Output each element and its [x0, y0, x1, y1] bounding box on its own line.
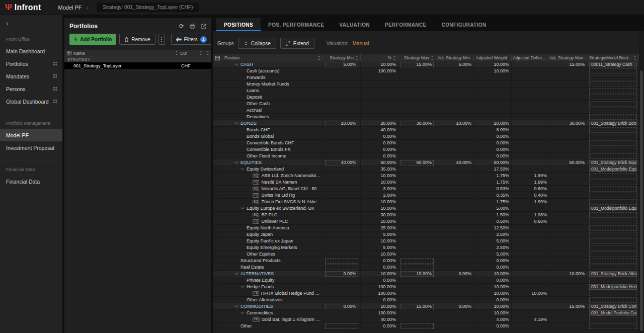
cell-strategy-brick[interactable]: [587, 153, 639, 159]
table-row[interactable]: EQBP PLC30.00%1.50%1.98%: [213, 212, 639, 218]
column-header-strategy-model-brick[interactable]: Strategy/Model Brick: [587, 54, 639, 61]
row-selector[interactable]: [213, 140, 222, 146]
row-selector[interactable]: [213, 159, 222, 165]
row-selector[interactable]: [213, 127, 222, 133]
cell-strategy-brick[interactable]: [587, 94, 639, 100]
cell-smin[interactable]: [323, 258, 361, 264]
caret-down-icon[interactable]: [240, 168, 247, 171]
cell-strategy-brick[interactable]: [587, 114, 639, 120]
table-row[interactable]: EQNestlé SA Namen10.00%1.75%1.99%: [213, 179, 639, 186]
row-selector[interactable]: [213, 225, 222, 231]
row-selector[interactable]: [213, 277, 222, 283]
table-row[interactable]: Structured Products0.00%0.00%: [213, 258, 639, 264]
cell-strategy-brick[interactable]: 001_Model Portfolio Commod...: [587, 310, 639, 316]
row-selector[interactable]: [213, 271, 222, 277]
cell-smin[interactable]: 0.00%: [323, 303, 361, 309]
row-selector[interactable]: [213, 120, 222, 126]
sidebar-item-global-dashboard[interactable]: Global Dashboard: [0, 95, 62, 108]
cell-strategy-brick[interactable]: [587, 186, 639, 192]
cell-strategy-brick[interactable]: [587, 88, 639, 94]
collapse-button[interactable]: Collapse: [238, 38, 276, 49]
cell-smax[interactable]: 15.00%: [398, 303, 436, 309]
table-row[interactable]: Equity Emerging Markets5.00%2.50%: [213, 244, 639, 251]
cell-strategy-brick[interactable]: [587, 316, 639, 322]
sidebar-item-persons[interactable]: Persons: [0, 82, 62, 95]
scrollbar-thumb[interactable]: [640, 70, 643, 331]
row-selector[interactable]: [213, 192, 222, 198]
row-selector[interactable]: [213, 316, 222, 322]
cell-strategy-brick[interactable]: [587, 140, 639, 146]
table-row[interactable]: Other0.00%0.00%: [213, 323, 639, 329]
table-row[interactable]: Equity Europe ex Switzerland, UK10.00%5.…: [213, 205, 639, 212]
table-row[interactable]: Equity Switzerland35.00%17.50%001_Modelp…: [213, 166, 639, 173]
column-header-strategy-min[interactable]: Strategy Min: [323, 54, 361, 61]
cell-strategy-brick[interactable]: 001_Strategy Brick Equity: [587, 159, 639, 165]
sidebar-item-portfolios[interactable]: Portfolios: [0, 57, 62, 70]
column-header-strategy-max[interactable]: Strategy Max: [398, 54, 436, 61]
table-row[interactable]: Hedge Funds100.00%10.00%001_Modelportfol…: [213, 284, 639, 290]
portfolio-group-row[interactable]: STRATEGY: [64, 56, 211, 62]
row-selector[interactable]: [213, 114, 222, 120]
table-row[interactable]: Equity Pacific ex Japan10.00%5.00%: [213, 238, 639, 244]
cell-strategy-brick[interactable]: [587, 173, 639, 179]
cell-smin[interactable]: 5.00%: [323, 61, 361, 67]
cell-strategy-brick[interactable]: [587, 68, 639, 74]
row-selector[interactable]: [213, 166, 222, 172]
row-selector[interactable]: [213, 179, 222, 185]
cell-strategy-brick[interactable]: [587, 212, 639, 218]
sidebar-item-financial-data[interactable]: Financial Data: [0, 175, 62, 188]
table-row[interactable]: COMMODITIES0.00%10.00%15.00%0.00%10.00%1…: [213, 303, 639, 310]
row-selector[interactable]: [213, 244, 222, 251]
apps-grid-icon[interactable]: [53, 62, 57, 65]
caret-down-icon[interactable]: [240, 286, 247, 288]
cell-strategy-brick[interactable]: 00011_Strategy Cash: [587, 61, 639, 67]
cell-smax[interactable]: 10.00%: [398, 271, 436, 277]
table-row[interactable]: Loans: [213, 88, 639, 94]
add-portfolio-button[interactable]: + Add Portfolio: [69, 34, 116, 45]
table-row[interactable]: EQUITIES40.00%50.00%60.00%40.00%50.00%60…: [213, 159, 639, 166]
cell-smin[interactable]: [323, 264, 361, 270]
row-selector[interactable]: [213, 146, 222, 152]
sidebar-item-main-dashboard[interactable]: Main Dashboard: [0, 45, 62, 57]
column-header-[interactable]: %: [361, 54, 398, 61]
table-row[interactable]: Cash (accounts)100.00%10.00%: [213, 68, 639, 74]
row-selector[interactable]: [213, 173, 222, 179]
row-selector[interactable]: [213, 258, 222, 264]
cell-strategy-brick[interactable]: [587, 127, 639, 133]
caret-down-icon[interactable]: [234, 161, 240, 164]
row-selector[interactable]: [213, 297, 222, 303]
cell-strategy-brick[interactable]: [587, 192, 639, 198]
cell-smax[interactable]: [398, 323, 436, 329]
tab-valuation[interactable]: VALUATION: [332, 18, 377, 31]
row-selector[interactable]: [213, 61, 222, 67]
row-selector[interactable]: [213, 74, 222, 80]
apps-grid-icon[interactable]: [53, 74, 57, 78]
table-row[interactable]: Money Market Funds: [213, 81, 639, 88]
caret-down-icon[interactable]: [234, 122, 240, 125]
filters-button[interactable]: Filters 2: [171, 34, 211, 45]
vertical-scrollbar[interactable]: [639, 31, 644, 333]
table-row[interactable]: EQABB Ltd. Zürich Namenaktien10.00%1.75%…: [213, 173, 639, 179]
row-selector[interactable]: [213, 310, 222, 316]
row-selector[interactable]: [213, 205, 222, 211]
cell-strategy-brick[interactable]: [587, 179, 639, 185]
cell-strategy-brick[interactable]: [587, 323, 639, 329]
cell-smin[interactable]: [323, 323, 361, 329]
table-row[interactable]: Equity North America25.00%12.50%: [213, 225, 639, 231]
refresh-icon[interactable]: ⟳: [179, 23, 184, 29]
table-row[interactable]: CASH5.00%10.00%15.00%5.00%10.00%15.00%00…: [213, 61, 639, 68]
cell-smax[interactable]: 30.00%: [398, 120, 436, 126]
table-row[interactable]: Private Equity0.00%0.00%: [213, 277, 639, 284]
extend-button[interactable]: Extend: [280, 38, 314, 49]
row-selector[interactable]: [213, 264, 222, 270]
tab-performance[interactable]: PERFORMANCE: [377, 18, 434, 31]
breadcrumb[interactable]: Model PF: [58, 5, 82, 11]
cell-smax[interactable]: [398, 258, 436, 264]
table-row[interactable]: Accrual: [213, 107, 639, 114]
caret-down-icon[interactable]: [234, 305, 240, 308]
caret-down-icon[interactable]: [240, 207, 247, 210]
cell-strategy-brick[interactable]: 001_Strategy Brick Alternatives: [587, 271, 639, 277]
table-row[interactable]: Deposit: [213, 94, 639, 101]
row-selector[interactable]: [213, 290, 222, 296]
table-row[interactable]: Convertible Bonds FX0.00%0.00%: [213, 146, 639, 153]
